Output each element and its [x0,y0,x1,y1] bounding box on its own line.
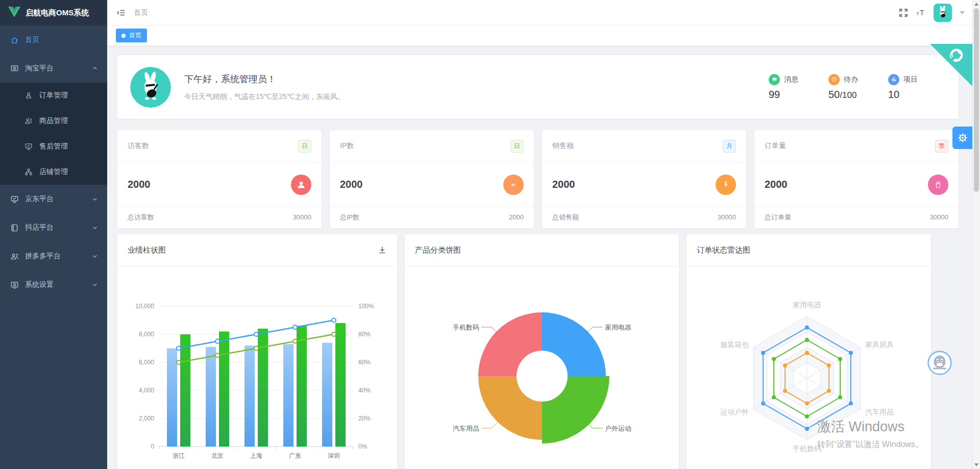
svg-text:T: T [916,11,919,16]
shop-gear-icon [10,64,19,73]
qq-service-button[interactable] [927,350,952,376]
svg-text:北京: 北京 [211,452,224,459]
stat-card-orders: 订单量季 2000 总订单量30000 [754,130,959,228]
svg-text:2,000: 2,000 [139,415,154,422]
footer-value: 30000 [930,213,948,221]
period-badge: 月 [723,140,736,153]
svg-text:上海: 上海 [250,452,262,459]
chart-title: 业绩柱状图 [128,245,166,255]
app-logo: 启航电商OMS系统 [0,0,107,26]
sidebar-item-douyin[interactable]: 抖店平台 [0,213,107,242]
sidebar-item-store-mgmt[interactable]: 店铺管理 [0,159,107,185]
svg-text:60%: 60% [358,359,371,366]
stat-label: 待办 [844,75,858,84]
sidebar-item-order-mgmt[interactable]: 订单管理 [0,83,107,108]
breadcrumb[interactable]: 首页 [134,8,148,17]
sidebar-item-settings[interactable]: 系统设置 [0,270,107,299]
stat-label: 项目 [903,75,918,84]
welcome-card: 下午好，系统管理员！ 今日天气晴朗，气温在15℃至25℃之间，东南风。 消息 9… [117,55,959,119]
chart-title: 订单状态雷达图 [697,245,750,255]
svg-text:80%: 80% [358,331,371,338]
sidebar-item-home[interactable]: 首页 [0,26,107,54]
footer-label: 总IP数 [340,213,359,222]
svg-text:手机数码: 手机数码 [453,324,479,331]
pie-chart-card: 产品分类饼图 家用电器户外运动汽车用品手机数码 [405,234,679,469]
sidebar-item-product-mgmt[interactable]: 商品管理 [0,108,107,134]
scrollbar-down-icon[interactable] [974,463,978,466]
monitor-check-icon [24,142,33,151]
user-icon [291,175,311,195]
card-value: 2000 [340,179,363,190]
footer-value: 30000 [293,213,311,221]
sidebar-submenu-taobao: 订单管理 商品管理 售后管理 店铺管理 [0,83,107,185]
scrollbar-up-icon[interactable] [974,3,978,6]
avatar-caret-icon[interactable] [960,11,965,14]
stat-messages: 消息 99 [769,74,798,101]
svg-text:40%: 40% [358,387,371,394]
tab-home[interactable]: 首页 [116,29,147,42]
download-icon[interactable] [378,245,387,255]
stat-value: 50 [828,89,840,100]
chart-title: 产品分类饼图 [415,245,461,255]
svg-text:家用电器: 家用电器 [793,301,821,309]
stat-projects: 项目 10 [888,74,918,101]
users-icon [24,117,33,126]
money-icon [716,175,736,195]
svg-text:0: 0 [151,443,154,450]
stat-cards-row: 访客数日 2000 总访客数30000 IP数日 2000 IP 总IP数200… [117,130,980,228]
svg-text:手机数码: 手机数码 [793,445,821,453]
svg-text:8,000: 8,000 [139,331,154,338]
sidebar-collapse-icon[interactable] [116,8,126,17]
svg-text:4,000: 4,000 [139,387,154,394]
fullscreen-icon[interactable] [899,8,908,17]
sidebar-item-pdd[interactable]: 拼多多平台 [0,242,107,270]
page-scrollbar[interactable] [972,0,980,469]
footer-label: 总订单量 [765,213,791,222]
sidebar-item-label: 淘宝平台 [25,64,92,73]
stat-card-sales: 销售额月 2000 总销售额30000 [542,130,746,228]
footer-label: 总访客数 [128,213,154,222]
user-icon [24,91,33,100]
card-value: 2000 [128,179,151,190]
monitor-icon [10,195,19,204]
message-icon [769,74,780,85]
clock-icon [828,74,840,85]
stat-todos: 待办 50/100 [828,74,858,101]
card-value: 2000 [765,179,788,190]
user-avatar[interactable] [934,4,952,22]
svg-text:家具厨具: 家具厨具 [865,340,894,349]
qq-penguin-icon [927,350,952,376]
notebook-icon [10,224,19,232]
sidebar-item-taobao[interactable]: 淘宝平台 [0,54,107,83]
project-icon [888,74,899,85]
svg-text:10,000: 10,000 [135,303,154,310]
theme-settings-button[interactable] [952,127,972,149]
sidebar-menu: 首页 淘宝平台 订单管理 商品管理 售后管理 店铺管理 [0,26,107,299]
svg-text:家用电器: 家用电器 [605,324,631,331]
sidebar-item-label: 首页 [25,35,98,44]
sidebar-item-jd[interactable]: 京东平台 [0,185,107,213]
chevron-down-icon [92,225,98,231]
top-header: 首页 TT [107,0,980,26]
svg-text:汽车用品: 汽车用品 [453,425,479,432]
radar-chart-card: 订单状态雷达图 家用电器家具厨具汽车用品手机数码运动户外服装箱包 [687,234,931,469]
bag-icon [928,175,948,195]
font-size-icon[interactable]: TT [916,8,926,17]
tag-dot-icon [121,34,126,38]
chevron-up-icon [92,65,98,71]
scrollbar-thumb[interactable] [974,8,979,192]
sidebar-item-aftersale-mgmt[interactable]: 售后管理 [0,134,107,159]
stat-card-visitors: 访客数日 2000 总访客数30000 [117,130,322,228]
sidebar-item-label: 拼多多平台 [25,252,92,261]
svg-text:IP: IP [511,183,515,187]
svg-text:广东: 广东 [289,452,301,459]
chevron-down-icon [92,253,98,259]
settings-icon [10,281,19,289]
sidebar-item-label: 京东平台 [25,194,92,204]
footer-value: 30000 [718,213,736,221]
svg-text:深圳: 深圳 [328,452,340,459]
home-icon [10,36,19,44]
period-badge: 季 [935,140,948,153]
svg-text:6,000: 6,000 [139,359,154,366]
sidebar-item-label: 抖店平台 [25,223,92,232]
